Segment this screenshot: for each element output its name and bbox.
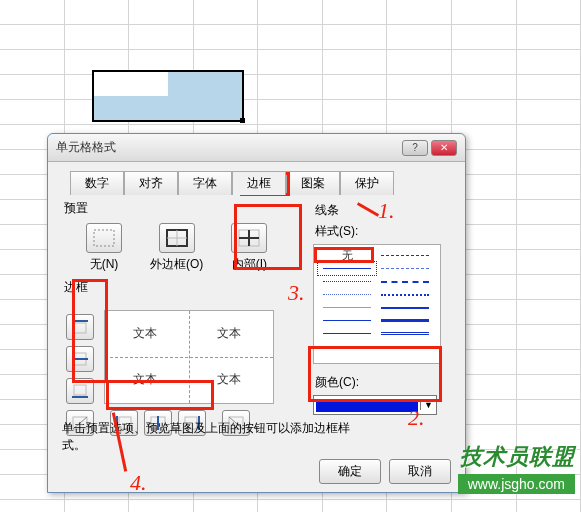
color-label: 颜色(C):: [315, 374, 449, 391]
style-opt[interactable]: [376, 301, 434, 314]
tab-font[interactable]: 字体: [178, 171, 232, 195]
style-opt[interactable]: [376, 262, 434, 275]
preset-none-label: 无(N): [90, 256, 119, 273]
dialog-title: 单元格格式: [56, 139, 399, 156]
tab-pattern[interactable]: 图案: [286, 171, 340, 195]
border-preview: 文本 文本 文本 文本: [104, 310, 274, 404]
border-bottom-icon: [71, 383, 89, 399]
outline-icon: [165, 228, 189, 248]
style-label: 样式(S):: [315, 223, 449, 240]
hint-text: 单击预置选项、预览草图及上面的按钮可以添加边框样式。: [62, 420, 362, 454]
style-opt[interactable]: [318, 275, 376, 288]
svg-rect-11: [74, 385, 86, 395]
tab-protect[interactable]: 保护: [340, 171, 394, 195]
svg-rect-8: [74, 323, 86, 333]
preview-text-2: 文本: [217, 325, 241, 342]
titlebar: 单元格格式 ? ✕: [48, 134, 465, 162]
tab-border[interactable]: 边框: [232, 171, 286, 195]
style-opt[interactable]: [376, 275, 434, 288]
border-top-button[interactable]: [66, 314, 94, 340]
chevron-down-icon: ▼: [420, 400, 436, 410]
preview-text-1: 文本: [133, 325, 157, 342]
tab-number[interactable]: 数字: [70, 171, 124, 195]
style-none[interactable]: 无: [318, 249, 376, 262]
preset-inside-button[interactable]: [231, 223, 267, 253]
selected-cells[interactable]: [92, 70, 244, 122]
preset-outline-button[interactable]: [159, 223, 195, 253]
preview-text-3: 文本: [133, 371, 157, 388]
inside-icon: [237, 228, 261, 248]
style-opt[interactable]: [376, 314, 434, 327]
tab-align[interactable]: 对齐: [124, 171, 178, 195]
border-middle-h-button[interactable]: [66, 346, 94, 372]
svg-rect-0: [94, 230, 114, 246]
style-opt[interactable]: [318, 301, 376, 314]
tabs: 数字 对齐 字体 边框 图案 保护: [70, 170, 451, 194]
line-label: 线条: [315, 202, 449, 219]
preset-none-button[interactable]: [86, 223, 122, 253]
style-opt[interactable]: [318, 288, 376, 301]
color-swatch: [316, 399, 418, 412]
style-opt[interactable]: [376, 288, 434, 301]
ok-button[interactable]: 确定: [319, 459, 381, 484]
cancel-button[interactable]: 取消: [389, 459, 451, 484]
close-button[interactable]: ✕: [431, 140, 457, 156]
border-mid-h-icon: [71, 351, 89, 367]
selection-handle[interactable]: [240, 118, 245, 123]
style-opt[interactable]: [318, 327, 376, 340]
style-opt[interactable]: [376, 249, 434, 262]
help-button[interactable]: ?: [402, 140, 428, 156]
format-cells-dialog: 单元格格式 ? ✕ 数字 对齐 字体 边框 图案 保护 预置 无(N): [47, 133, 466, 493]
color-dropdown[interactable]: ▼: [313, 395, 437, 415]
none-icon: [92, 228, 116, 248]
preset-inside-label: 内部(I): [232, 256, 267, 273]
border-bottom-button[interactable]: [66, 378, 94, 404]
border-top-icon: [71, 319, 89, 335]
style-opt[interactable]: [376, 327, 434, 340]
preset-outline-label: 外边框(O): [150, 256, 203, 273]
style-selected[interactable]: [318, 262, 376, 275]
line-style-listbox[interactable]: 无: [313, 244, 441, 364]
preview-text-4: 文本: [217, 371, 241, 388]
style-opt[interactable]: [318, 314, 376, 327]
